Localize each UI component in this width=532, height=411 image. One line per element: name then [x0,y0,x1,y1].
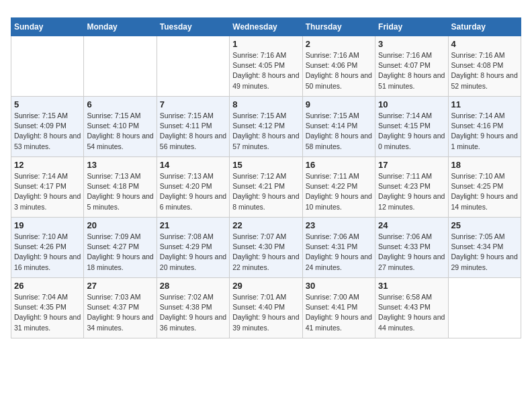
calendar-cell: 1Sunrise: 7:16 AMSunset: 4:05 PMDaylight… [230,36,302,97]
day-detail: Sunrise: 7:14 AMSunset: 4:15 PMDaylight:… [378,111,445,152]
day-number: 19 [14,220,81,230]
day-detail: Sunrise: 7:11 AMSunset: 4:22 PMDaylight:… [306,171,372,212]
calendar-cell: 14Sunrise: 7:13 AMSunset: 4:20 PMDayligh… [157,157,229,218]
day-number: 15 [232,160,299,170]
day-detail: Sunrise: 7:13 AMSunset: 4:18 PMDaylight:… [87,171,153,212]
calendar-cell [448,278,521,338]
day-number: 6 [87,99,153,109]
calendar-cell [11,36,84,97]
calendar-cell: 3Sunrise: 7:16 AMSunset: 4:07 PMDaylight… [375,36,448,97]
calendar-table: SundayMondayTuesdayWednesdayThursdayFrid… [11,17,521,338]
day-detail: Sunrise: 7:04 AMSunset: 4:35 PMDaylight:… [14,292,81,333]
calendar-cell: 27Sunrise: 7:03 AMSunset: 4:37 PMDayligh… [84,278,157,338]
calendar-cell: 8Sunrise: 7:15 AMSunset: 4:12 PMDaylight… [230,97,302,157]
day-detail: Sunrise: 7:07 AMSunset: 4:30 PMDaylight:… [232,232,299,273]
weekday-header-sunday: Sunday [11,18,84,36]
day-detail: Sunrise: 7:16 AMSunset: 4:06 PMDaylight:… [306,50,372,91]
day-number: 12 [14,160,81,170]
day-detail: Sunrise: 7:09 AMSunset: 4:27 PMDaylight:… [87,232,153,273]
day-number: 4 [451,39,518,49]
day-number: 21 [160,220,226,230]
calendar-cell: 23Sunrise: 7:06 AMSunset: 4:31 PMDayligh… [302,218,375,278]
day-number: 9 [306,99,372,109]
day-number: 24 [378,220,445,230]
day-detail: Sunrise: 7:10 AMSunset: 4:26 PMDaylight:… [14,232,81,273]
calendar-cell: 19Sunrise: 7:10 AMSunset: 4:26 PMDayligh… [11,218,84,278]
day-number: 16 [306,160,372,170]
calendar-cell: 15Sunrise: 7:12 AMSunset: 4:21 PMDayligh… [230,157,302,218]
calendar-cell: 29Sunrise: 7:01 AMSunset: 4:40 PMDayligh… [230,278,302,338]
calendar-cell: 20Sunrise: 7:09 AMSunset: 4:27 PMDayligh… [84,218,157,278]
day-number: 30 [306,281,372,291]
day-number: 2 [306,39,372,49]
day-detail: Sunrise: 6:58 AMSunset: 4:43 PMDaylight:… [378,292,445,333]
weekday-header-friday: Friday [375,18,448,36]
calendar-cell: 9Sunrise: 7:15 AMSunset: 4:14 PMDaylight… [302,97,375,157]
day-number: 17 [378,160,445,170]
calendar-cell: 18Sunrise: 7:10 AMSunset: 4:25 PMDayligh… [448,157,521,218]
day-number: 27 [87,281,153,291]
calendar-cell: 22Sunrise: 7:07 AMSunset: 4:30 PMDayligh… [230,218,302,278]
day-detail: Sunrise: 7:06 AMSunset: 4:33 PMDaylight:… [378,232,445,273]
calendar-cell: 21Sunrise: 7:08 AMSunset: 4:29 PMDayligh… [157,218,229,278]
weekday-header-wednesday: Wednesday [230,18,302,36]
day-detail: Sunrise: 7:15 AMSunset: 4:09 PMDaylight:… [14,111,81,152]
day-detail: Sunrise: 7:02 AMSunset: 4:38 PMDaylight:… [160,292,226,333]
calendar-cell: 4Sunrise: 7:16 AMSunset: 4:08 PMDaylight… [448,36,521,97]
day-number: 18 [451,160,518,170]
day-detail: Sunrise: 7:08 AMSunset: 4:29 PMDaylight:… [160,232,226,273]
day-number: 13 [87,160,153,170]
day-detail: Sunrise: 7:01 AMSunset: 4:40 PMDaylight:… [232,292,299,333]
calendar-cell: 24Sunrise: 7:06 AMSunset: 4:33 PMDayligh… [375,218,448,278]
day-detail: Sunrise: 7:05 AMSunset: 4:34 PMDaylight:… [451,232,518,273]
day-number: 1 [232,39,299,49]
day-number: 22 [232,220,299,230]
day-number: 20 [87,220,153,230]
calendar-cell: 7Sunrise: 7:15 AMSunset: 4:11 PMDaylight… [157,97,229,157]
day-detail: Sunrise: 7:14 AMSunset: 4:16 PMDaylight:… [451,111,518,152]
calendar-cell: 28Sunrise: 7:02 AMSunset: 4:38 PMDayligh… [157,278,229,338]
day-number: 26 [14,281,81,291]
weekday-header-saturday: Saturday [448,18,521,36]
day-number: 11 [451,99,518,109]
day-detail: Sunrise: 7:14 AMSunset: 4:17 PMDaylight:… [14,171,81,212]
calendar-cell [84,36,157,97]
day-number: 25 [451,220,518,230]
calendar-cell: 26Sunrise: 7:04 AMSunset: 4:35 PMDayligh… [11,278,84,338]
day-detail: Sunrise: 7:16 AMSunset: 4:07 PMDaylight:… [378,50,445,91]
calendar-cell: 5Sunrise: 7:15 AMSunset: 4:09 PMDaylight… [11,97,84,157]
day-detail: Sunrise: 7:15 AMSunset: 4:12 PMDaylight:… [232,111,299,152]
calendar-cell: 12Sunrise: 7:14 AMSunset: 4:17 PMDayligh… [11,157,84,218]
weekday-header-tuesday: Tuesday [157,18,229,36]
day-detail: Sunrise: 7:10 AMSunset: 4:25 PMDaylight:… [451,171,518,212]
day-number: 28 [160,281,226,291]
day-detail: Sunrise: 7:15 AMSunset: 4:10 PMDaylight:… [87,111,153,152]
day-detail: Sunrise: 7:03 AMSunset: 4:37 PMDaylight:… [87,292,153,333]
day-number: 5 [14,99,81,109]
day-number: 8 [232,99,299,109]
calendar-cell: 17Sunrise: 7:11 AMSunset: 4:23 PMDayligh… [375,157,448,218]
day-detail: Sunrise: 7:15 AMSunset: 4:11 PMDaylight:… [160,111,226,152]
calendar-cell: 16Sunrise: 7:11 AMSunset: 4:22 PMDayligh… [302,157,375,218]
weekday-header-monday: Monday [84,18,157,36]
day-detail: Sunrise: 7:15 AMSunset: 4:14 PMDaylight:… [306,111,372,152]
day-detail: Sunrise: 7:12 AMSunset: 4:21 PMDaylight:… [232,171,299,212]
day-detail: Sunrise: 7:13 AMSunset: 4:20 PMDaylight:… [160,171,226,212]
calendar-cell: 10Sunrise: 7:14 AMSunset: 4:15 PMDayligh… [375,97,448,157]
day-number: 7 [160,99,226,109]
calendar-cell: 25Sunrise: 7:05 AMSunset: 4:34 PMDayligh… [448,218,521,278]
day-number: 29 [232,281,299,291]
day-detail: Sunrise: 7:11 AMSunset: 4:23 PMDaylight:… [378,171,445,212]
calendar-header: SundayMondayTuesdayWednesdayThursdayFrid… [11,18,521,36]
day-detail: Sunrise: 7:16 AMSunset: 4:08 PMDaylight:… [451,50,518,91]
calendar-cell: 13Sunrise: 7:13 AMSunset: 4:18 PMDayligh… [84,157,157,218]
calendar-cell: 2Sunrise: 7:16 AMSunset: 4:06 PMDaylight… [302,36,375,97]
day-number: 3 [378,39,445,49]
day-number: 10 [378,99,445,109]
day-number: 23 [306,220,372,230]
day-number: 31 [378,281,445,291]
calendar-cell: 6Sunrise: 7:15 AMSunset: 4:10 PMDaylight… [84,97,157,157]
calendar-cell: 11Sunrise: 7:14 AMSunset: 4:16 PMDayligh… [448,97,521,157]
day-number: 14 [160,160,226,170]
day-detail: Sunrise: 7:00 AMSunset: 4:41 PMDaylight:… [306,292,372,333]
